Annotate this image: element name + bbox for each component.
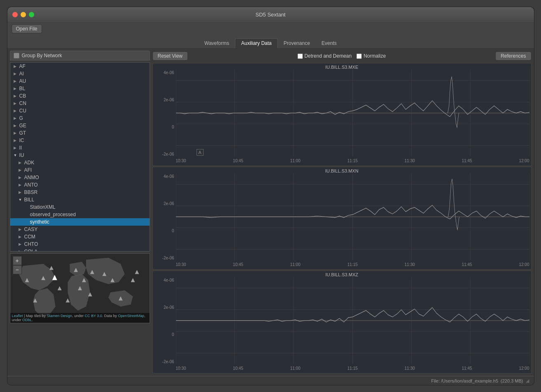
tree-item-ADK[interactable]: ▶ ADK	[10, 159, 150, 166]
reset-view-button[interactable]: Reset View	[152, 51, 188, 61]
tree-item-CN[interactable]: ▶ CN	[10, 100, 150, 107]
close-button[interactable]	[12, 12, 18, 17]
tabs-bar: Waveforms Auxiliary Data Provenance Even…	[7, 36, 534, 48]
chart-mxn: IU.BILL.S3.MXN 4e-06 2e-06 0 -2e-06	[152, 167, 532, 270]
tree-item-StationXML[interactable]: ▶ StationXML	[10, 203, 150, 211]
tab-events[interactable]: Events	[316, 38, 342, 48]
resize-handle[interactable]: ◢	[526, 378, 529, 383]
tab-provenance[interactable]: Provenance	[278, 38, 316, 48]
tree-item-GT[interactable]: ▶ GT	[10, 129, 150, 137]
tree-item-AF[interactable]: ▶ AF	[10, 63, 150, 70]
map-svg	[10, 254, 150, 323]
tree-item-BBSR[interactable]: ▶ BBSR	[10, 189, 150, 196]
x-label: 12:00	[519, 366, 529, 371]
open-file-button[interactable]: Open File	[12, 24, 42, 33]
tree-item-label: CASY	[24, 226, 38, 232]
x-label: 12:00	[519, 159, 529, 163]
chart-mxz-y-axis: 4e-06 2e-06 0 -2e-06	[155, 277, 176, 371]
tree-item-AU[interactable]: ▶ AU	[10, 77, 150, 85]
tree-item-CU[interactable]: ▶ CU	[10, 107, 150, 114]
tree-item-label: CU	[19, 108, 26, 114]
title-bar: SD5 Sextant	[7, 7, 534, 22]
y-label: 4e-06	[164, 278, 174, 282]
tree-item-AFI[interactable]: ▶ AFI	[10, 166, 150, 174]
chart-mxn-title: IU.BILL.S3.MXN	[153, 167, 531, 173]
arrow-icon: ▶	[14, 124, 18, 128]
y-label: 2e-06	[164, 305, 174, 310]
normalize-checkbox-label[interactable]: Normalize	[356, 53, 386, 59]
tree-item-label: G	[19, 115, 23, 121]
map-zoom-in-button[interactable]: +	[13, 256, 22, 265]
chart-mxn-y-axis: 4e-06 2e-06 0 -2e-06	[155, 173, 176, 268]
tree-item-ANTO[interactable]: ▶ ANTO	[10, 181, 150, 189]
tree-item-IU[interactable]: ▼ IU	[10, 152, 150, 159]
chart-mxe-main: 10:30 10:45 11:00 11:15 11:30 11:45 12:0…	[176, 70, 529, 164]
map-zoom-out-button[interactable]: −	[13, 265, 22, 274]
tree-item-AI[interactable]: ▶ AI	[10, 70, 150, 77]
tree-item-label: synthetic	[30, 219, 49, 225]
x-label: 10:45	[233, 366, 243, 371]
tree-item-label: IU	[19, 152, 24, 158]
tree-item-ANMO[interactable]: ▶ ANMO	[10, 174, 150, 181]
arrow-open-icon: ▼	[19, 198, 23, 202]
arrow-icon: ▶	[14, 131, 18, 135]
y-label: -2e-06	[162, 152, 174, 156]
file-path: File: /Users/lion/asdf_example.h5	[431, 378, 498, 383]
tree-item-CHTO[interactable]: ▶ CHTO	[10, 240, 150, 248]
arrow-icon: ▶	[14, 116, 18, 120]
tree-item-GE[interactable]: ▶ GE	[10, 122, 150, 129]
tree-item-CB[interactable]: ▶ CB	[10, 92, 150, 100]
cc-link[interactable]: CC BY 3.0	[84, 314, 102, 318]
x-label: 10:30	[176, 159, 186, 163]
minimize-button[interactable]	[21, 12, 26, 17]
detrend-checkbox-label[interactable]: Detrend and Demean	[297, 53, 352, 59]
tree-item-label: CN	[19, 100, 26, 106]
arrow-icon: ▶	[14, 109, 18, 113]
tree-item-CCM[interactable]: ▶ CCM	[10, 233, 150, 240]
traffic-lights	[12, 12, 34, 17]
x-label: 11:30	[405, 262, 415, 267]
references-button[interactable]: References	[495, 51, 531, 61]
right-panel: Reset View Detrend and Demean Normalize …	[152, 51, 532, 373]
tree-item-label: StationXML	[30, 204, 56, 210]
arrow-icon: ▶	[14, 146, 18, 150]
tree-item-II[interactable]: ▶ II	[10, 144, 150, 152]
tree-item-label: AI	[19, 71, 24, 77]
odbl-link[interactable]: ODbL	[22, 318, 32, 322]
detrend-checkbox[interactable]	[297, 54, 303, 59]
tree-item-CASY[interactable]: ▶ CASY	[10, 226, 150, 233]
chart-mxn-svg-container	[176, 173, 529, 260]
arrow-icon: ▶	[19, 190, 23, 194]
normalize-checkbox[interactable]	[356, 54, 362, 59]
tree-item-synthetic[interactable]: ▶ synthetic	[10, 218, 150, 226]
normalize-label: Normalize	[363, 53, 386, 59]
map-container[interactable]: + −	[10, 253, 150, 323]
y-label: 2e-06	[164, 98, 174, 102]
stamen-link[interactable]: Stamen Design	[47, 314, 72, 318]
tree-item-observed-processed[interactable]: ▶ observed_processed	[10, 211, 150, 218]
tree-item-COLA[interactable]: ▶ COLA	[10, 248, 150, 252]
tree-item-G[interactable]: ▶ G	[10, 114, 150, 122]
tree-item-label: CCM	[24, 234, 35, 240]
main-toolbar: Open File	[7, 22, 534, 36]
tree-item-label: AU	[19, 78, 26, 84]
maximize-button[interactable]	[29, 12, 34, 17]
arrow-icon: ▶	[14, 79, 18, 83]
tab-auxiliary-data[interactable]: Auxiliary Data	[235, 38, 278, 48]
leaflet-link[interactable]: Leaflet	[12, 314, 23, 318]
osm-link[interactable]: OpenStreetMap	[118, 314, 144, 318]
tree-item-IC[interactable]: ▶ IC	[10, 137, 150, 144]
window-title: SD5 Sextant	[255, 12, 286, 18]
tab-waveforms[interactable]: Waveforms	[199, 38, 235, 48]
arrow-icon: ▶	[19, 242, 23, 246]
tree-item-BL[interactable]: ▶ BL	[10, 85, 150, 92]
tree-item-label: COLA	[24, 249, 38, 252]
tree-item-BILL[interactable]: ▼ BILL	[10, 196, 150, 203]
y-label: -2e-06	[162, 359, 174, 364]
x-label: 11:15	[347, 262, 358, 267]
tree-item-label: CHTO	[24, 241, 38, 247]
network-tree[interactable]: ▶ AF ▶ AI ▶ AU ▶ BL ▶ CB	[10, 62, 150, 252]
detrend-label: Detrend and Demean	[304, 53, 352, 59]
map-controls: + −	[13, 256, 22, 274]
chart-mxz-main: 10:30 10:45 11:00 11:15 11:30 11:45 12:0…	[176, 277, 529, 371]
